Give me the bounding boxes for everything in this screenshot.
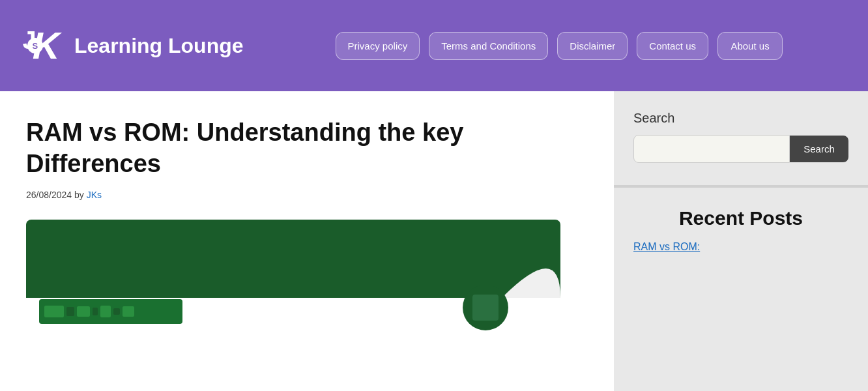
sidebar-recent-posts: Recent Posts RAM vs ROM: — [614, 185, 868, 272]
nav-privacy-policy[interactable]: Privacy policy — [336, 32, 420, 60]
article-image — [26, 220, 560, 298]
article-author-link[interactable]: JKs — [87, 190, 102, 200]
article-meta: 26/08/2024 by JKs — [26, 190, 588, 200]
article-title: RAM vs ROM: Understanding the key Differ… — [26, 117, 560, 179]
nav-contact-us[interactable]: Contact us — [637, 32, 708, 60]
main-nav: Privacy policy Terms and Conditions Disc… — [263, 32, 855, 60]
sidebar: Search Search Recent Posts RAM vs ROM: — [614, 91, 868, 391]
curve-decoration — [502, 239, 560, 298]
recent-posts-title: Recent Posts — [633, 207, 848, 229]
sidebar-search-widget: Search Search — [614, 91, 868, 182]
main-layout: RAM vs ROM: Understanding the key Differ… — [0, 91, 868, 391]
search-label: Search — [633, 111, 848, 126]
logo-s-badge: S — [27, 38, 43, 53]
site-title: Learning Lounge — [74, 34, 244, 58]
logo-area: JK S Learning Lounge — [13, 20, 244, 72]
article-by: by — [74, 190, 87, 200]
search-row: Search — [633, 135, 848, 163]
recent-post-item-0[interactable]: RAM vs ROM: — [633, 241, 848, 253]
logo-icon: JK S — [13, 20, 65, 72]
circuit-strip — [39, 299, 182, 324]
article-date: 26/08/2024 — [26, 190, 72, 200]
nav-terms-conditions[interactable]: Terms and Conditions — [429, 32, 548, 60]
content-area: RAM vs ROM: Understanding the key Differ… — [0, 91, 614, 391]
nav-disclaimer[interactable]: Disclaimer — [557, 32, 628, 60]
search-input[interactable] — [633, 135, 790, 163]
search-button[interactable]: Search — [790, 136, 848, 162]
site-header: JK S Learning Lounge Privacy policy Term… — [0, 0, 868, 91]
rom-circle — [463, 285, 508, 330]
nav-about-us[interactable]: About us — [717, 32, 783, 60]
